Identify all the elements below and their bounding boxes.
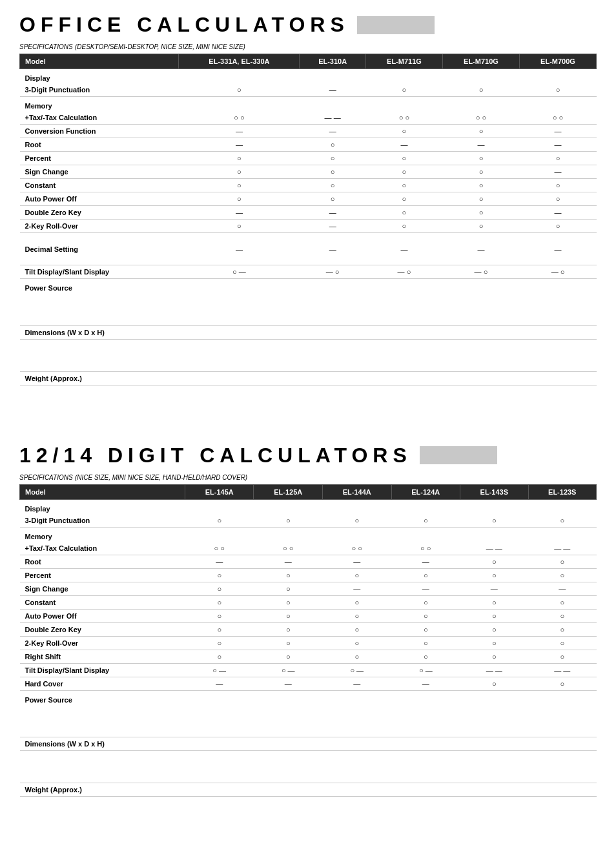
- cell-value: [391, 751, 460, 783]
- cell-value: [323, 783, 392, 797]
- cell-value: ○: [179, 152, 300, 165]
- cell-value: — —: [528, 542, 596, 555]
- cell-value: ○ —: [179, 265, 300, 279]
- cell-value: ○: [323, 622, 392, 636]
- cell-value: ○: [365, 152, 442, 165]
- cell-value: ○: [365, 192, 442, 206]
- cell-value: ○: [442, 125, 519, 138]
- title-bar-decoration-2: [420, 446, 497, 464]
- cell-value: —: [300, 220, 366, 233]
- row-label: Percent: [20, 152, 179, 165]
- cell-value: ○: [254, 650, 323, 663]
- cell-value: [519, 293, 596, 325]
- cell-value: [460, 783, 528, 797]
- cell-value: [300, 325, 366, 339]
- row-label: [20, 339, 179, 371]
- cell-value: ○: [528, 555, 596, 568]
- cell-value: ○: [460, 636, 528, 650]
- cell-value: [460, 705, 528, 737]
- cell-value: ○: [528, 609, 596, 622]
- cell-value: ○: [391, 568, 460, 582]
- col-header: EL-310A: [300, 54, 366, 69]
- section-gap: [19, 405, 597, 444]
- cell-value: —: [254, 677, 323, 690]
- cell-value: ○: [460, 555, 528, 568]
- cell-value: ○: [391, 595, 460, 609]
- cell-value: [185, 737, 254, 751]
- cell-value: ○: [365, 83, 442, 97]
- cell-value: ○: [460, 677, 528, 690]
- col-header: EL-144A: [323, 484, 392, 499]
- cell-value: ○: [528, 595, 596, 609]
- col-header: Model: [20, 54, 179, 69]
- cell-value: ○: [254, 636, 323, 650]
- cell-value: ○: [460, 568, 528, 582]
- cell-value: ○: [442, 83, 519, 97]
- cell-value: [185, 783, 254, 797]
- row-label: Tilt Display/Slant Display: [20, 265, 179, 279]
- col-header: EL-123S: [528, 484, 596, 499]
- cell-value: ○: [254, 514, 323, 528]
- cell-value: — ○: [365, 265, 442, 279]
- cell-value: —: [519, 138, 596, 152]
- cell-value: ○ ○: [365, 111, 442, 125]
- cell-value: ○: [460, 609, 528, 622]
- digit-calculators-table: ModelEL-145AEL-125AEL-144AEL-124AEL-143S…: [19, 484, 597, 797]
- section2-title: 12/14 DIGIT CALCULATORS SPECIFICATIONS (…: [19, 444, 597, 482]
- cell-value: [300, 339, 366, 371]
- cell-value: ○: [185, 582, 254, 595]
- category-label: Memory: [20, 527, 597, 542]
- cell-value: —: [254, 555, 323, 568]
- row-label: Dimensions (W x D x H): [20, 325, 179, 339]
- cell-value: ○: [254, 595, 323, 609]
- cell-value: ○: [300, 192, 366, 206]
- row-label: Root: [20, 555, 185, 568]
- col-header: EL-M711G: [365, 54, 442, 69]
- cell-value: [323, 705, 392, 737]
- cell-value: ○: [391, 514, 460, 528]
- row-label: Conversion Function: [20, 125, 179, 138]
- cell-value: [391, 737, 460, 751]
- cell-value: ○: [323, 650, 392, 663]
- cell-value: — —: [300, 111, 366, 125]
- cell-value: ○ —: [323, 663, 392, 677]
- cell-value: ○: [460, 650, 528, 663]
- cell-value: [519, 325, 596, 339]
- cell-value: ○: [442, 165, 519, 179]
- cell-value: ○: [185, 636, 254, 650]
- row-label: Auto Power Off: [20, 192, 179, 206]
- cell-value: ○: [179, 192, 300, 206]
- cell-value: [254, 751, 323, 783]
- cell-value: [391, 705, 460, 737]
- col-header: EL-331A, EL-330A: [179, 54, 300, 69]
- row-label: Double Zero Key: [20, 622, 185, 636]
- cell-value: [519, 339, 596, 371]
- cell-value: ○: [528, 677, 596, 690]
- row-label: [20, 293, 179, 325]
- cell-value: —: [179, 233, 300, 265]
- cell-value: [365, 371, 442, 385]
- cell-value: ○: [185, 595, 254, 609]
- col-header: EL-143S: [460, 484, 528, 499]
- row-label: +Tax/-Tax Calculation: [20, 542, 185, 555]
- cell-value: [528, 783, 596, 797]
- cell-value: ○: [519, 192, 596, 206]
- section1-title: OFFICE CALCULATORS SPECIFICATIONS (DESKT…: [19, 13, 597, 51]
- cell-value: ○: [442, 192, 519, 206]
- cell-value: —: [323, 582, 392, 595]
- cell-value: —: [442, 138, 519, 152]
- cell-value: ○: [179, 179, 300, 192]
- cell-value: [365, 325, 442, 339]
- row-label: +Tax/-Tax Calculation: [20, 111, 179, 125]
- digit-calculators-title: 12/14 DIGIT CALCULATORS: [19, 444, 412, 467]
- cell-value: [185, 751, 254, 783]
- cell-value: ○ —: [254, 663, 323, 677]
- cell-value: — —: [460, 663, 528, 677]
- cell-value: —: [442, 233, 519, 265]
- cell-value: ○ ○: [179, 111, 300, 125]
- title-bar-decoration: [357, 16, 435, 34]
- cell-value: ○: [185, 568, 254, 582]
- cell-value: ○: [300, 179, 366, 192]
- row-label: Sign Change: [20, 582, 185, 595]
- cell-value: [179, 339, 300, 371]
